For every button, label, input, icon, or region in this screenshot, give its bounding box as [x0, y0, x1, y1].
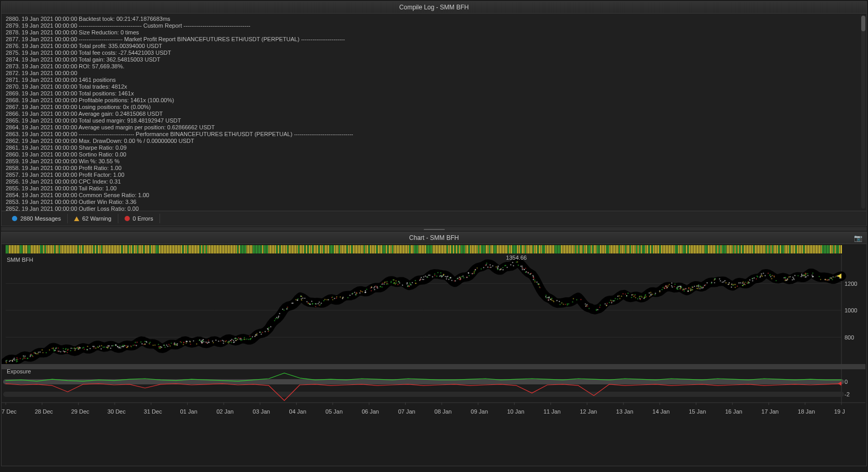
errors-count[interactable]: 0 Errors [118, 214, 160, 223]
statusbar: 2880 Messages 62 Warning 0 Errors [2, 211, 866, 226]
log-line: 2869. 19 Jan 2021 00:00:00 Total positio… [6, 90, 862, 97]
compile-log-title: Compile Log - SMM BFH [2, 2, 866, 14]
log-line: 2855. 19 Jan 2021 00:00:00 Tail Ratio: 1… [6, 185, 862, 192]
log-line: 2880. 19 Jan 2021 00:00:00 Backtest took… [6, 16, 862, 22]
log-scrollbar[interactable] [861, 16, 865, 209]
log-line: 2865. 19 Jan 2021 00:00:00 Total used ma… [6, 117, 862, 124]
warning-icon [74, 216, 79, 221]
compile-log-panel: Compile Log - SMM BFH 2880. 19 Jan 2021 … [1, 1, 867, 226]
messages-count[interactable]: 2880 Messages [6, 214, 68, 223]
log-line: 2871. 19 Jan 2021 00:00:00 1461 position… [6, 77, 862, 83]
log-line: 2864. 19 Jan 2021 00:00:00 Average used … [6, 124, 862, 131]
log-line: 2857. 19 Jan 2021 00:00:00 Profit Factor… [6, 172, 862, 178]
log-line: 2860. 19 Jan 2021 00:00:00 Sortino Ratio… [6, 151, 862, 158]
chart-area[interactable] [2, 244, 866, 466]
log-line: 2859. 19 Jan 2021 00:00:00 Win %: 30.55 … [6, 158, 862, 165]
log-line: 2861. 19 Jan 2021 00:00:00 Sharpe Ratio:… [6, 144, 862, 151]
log-line: 2874. 19 Jan 2021 00:00:00 Total gain: 3… [6, 56, 862, 63]
log-line: 2873. 19 Jan 2021 00:00:00 ROI: 57,669.3… [6, 63, 862, 70]
warnings-count[interactable]: 62 Warning [68, 214, 118, 223]
log-line: 2877. 19 Jan 2021 00:00:00 -------------… [6, 36, 862, 43]
log-line: 2868. 19 Jan 2021 00:00:00 Profitable po… [6, 97, 862, 104]
log-line: 2867. 19 Jan 2021 00:00:00 Losing positi… [6, 104, 862, 111]
log-line: 2875. 19 Jan 2021 00:00:00 Total fee cos… [6, 50, 862, 56]
log-line: 2872. 19 Jan 2021 00:00:00 [6, 70, 862, 77]
log-line: 2862. 19 Jan 2021 00:00:00 Max. DrawDown… [6, 138, 862, 144]
log-line: 2863. 19 Jan 2021 00:00:00 -------------… [6, 131, 862, 138]
chart-panel: Chart - SMM BFH 📷 [1, 232, 867, 466]
camera-icon[interactable]: 📷 [854, 234, 862, 242]
panel-splitter[interactable] [1, 227, 867, 231]
chart-title: Chart - SMM BFH 📷 [2, 232, 866, 244]
log-line: 2854. 19 Jan 2021 00:00:00 Common Sense … [6, 192, 862, 199]
log-line: 2856. 19 Jan 2021 00:00:00 CPC Index: 0.… [6, 178, 862, 185]
log-body[interactable]: 2880. 19 Jan 2021 00:00:00 Backtest took… [2, 14, 866, 211]
log-line: 2858. 19 Jan 2021 00:00:00 Profit Ratio:… [6, 165, 862, 172]
log-line: 2853. 19 Jan 2021 00:00:00 Outlier Win R… [6, 199, 862, 205]
log-line: 2876. 19 Jan 2021 00:00:00 Total profit:… [6, 43, 862, 50]
log-line: 2866. 19 Jan 2021 00:00:00 Average gain:… [6, 111, 862, 117]
log-line: 2879. 19 Jan 2021 00:00:00 -------------… [6, 22, 862, 29]
log-line: 2870. 19 Jan 2021 00:00:00 Total trades:… [6, 83, 862, 90]
info-icon [12, 216, 17, 221]
chart-canvas[interactable] [2, 244, 865, 463]
log-line: 2852. 19 Jan 2021 00:00:00 Outlier Loss … [6, 205, 862, 211]
error-icon [125, 216, 130, 221]
log-line: 2878. 19 Jan 2021 00:00:00 Size Reductio… [6, 29, 862, 36]
